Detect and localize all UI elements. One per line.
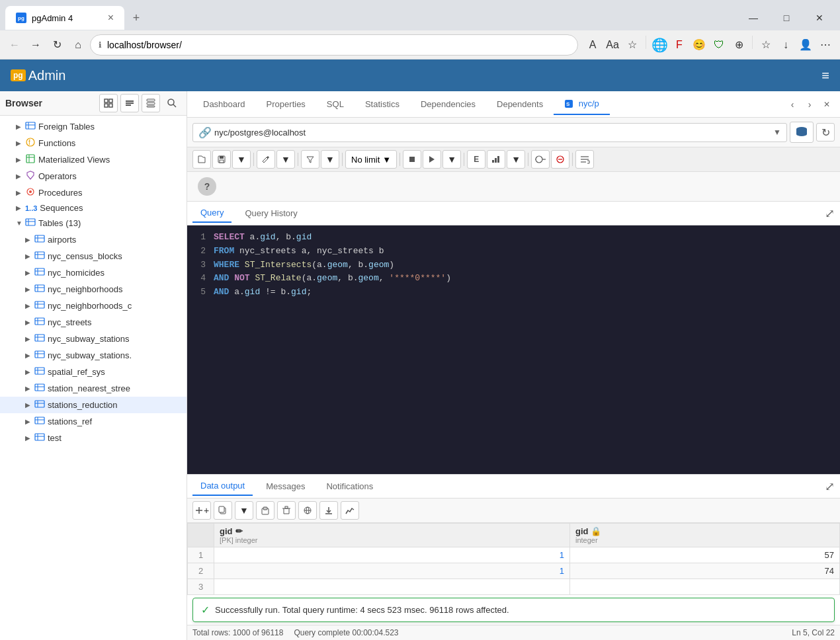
- tree-item-nyc-homicides[interactable]: ▶ nyc_homicides: [0, 264, 187, 281]
- tab-dependents[interactable]: Dependents: [486, 94, 554, 114]
- profile-icon[interactable]: 😊: [690, 36, 708, 54]
- tree-item-nyc-census[interactable]: ▶ nyc_census_blocks: [0, 248, 187, 264]
- shield-icon[interactable]: 🛡: [710, 36, 728, 54]
- save-dropdown-button[interactable]: ▼: [232, 150, 251, 169]
- form-fill-icon[interactable]: F: [670, 36, 689, 54]
- sidebar-tool-btn-3[interactable]: [142, 94, 160, 112]
- browser-icon[interactable]: 🌐: [650, 36, 669, 54]
- edit-col-icon[interactable]: ✏: [235, 526, 243, 536]
- back-button[interactable]: ←: [5, 36, 24, 54]
- tab-dashboard[interactable]: Dashboard: [192, 94, 256, 114]
- tab-dependencies[interactable]: Dependencies: [410, 94, 486, 114]
- tab-notifications[interactable]: Notifications: [318, 477, 381, 495]
- tree-item-subway-stations-2[interactable]: ▶ nyc_subway_stations.: [0, 347, 187, 364]
- tree-item-test[interactable]: ▶ test: [0, 430, 187, 446]
- row2-col2[interactable]: 74: [569, 563, 839, 579]
- query-tab-history[interactable]: Query History: [237, 204, 305, 222]
- tree-item-nyc-neighborhoods[interactable]: ▶ nyc_neighborhoods: [0, 281, 187, 298]
- rollback-button[interactable]: [551, 150, 569, 169]
- read-aloud-icon[interactable]: Aa: [603, 36, 622, 54]
- tree-item-nyc-neighborhoods-c[interactable]: ▶ nyc_neighborhoods_c: [0, 298, 187, 314]
- edit-button[interactable]: [257, 150, 275, 169]
- sidebar-tool-btn-1[interactable]: [99, 94, 118, 112]
- filter-dropdown-button[interactable]: ▼: [321, 150, 339, 169]
- copy-button[interactable]: [214, 501, 232, 520]
- minimize-button[interactable]: —: [738, 7, 769, 28]
- sidebar-search-button[interactable]: [163, 94, 181, 112]
- tree-item-nyc-streets[interactable]: ▶ nyc_streets: [0, 314, 187, 331]
- menu-button[interactable]: ⋯: [816, 36, 835, 54]
- tab-properties[interactable]: Properties: [256, 94, 316, 114]
- row3-col2[interactable]: [569, 579, 839, 595]
- maximize-results-button[interactable]: ⤢: [825, 479, 835, 494]
- maximize-editor-button[interactable]: ⤢: [825, 206, 835, 221]
- row1-col1[interactable]: 1: [214, 547, 570, 563]
- profile-account-icon[interactable]: 👤: [796, 36, 815, 54]
- tree-item-procedures[interactable]: ▶ Procedures: [0, 184, 187, 201]
- edit-dropdown-button[interactable]: ▼: [276, 150, 295, 169]
- tree-item-functions[interactable]: ▶ f Functions: [0, 135, 187, 151]
- extensions-icon[interactable]: ⊕: [730, 36, 748, 54]
- new-tab-button[interactable]: +: [127, 9, 146, 27]
- download-button[interactable]: [319, 501, 338, 520]
- stop-button[interactable]: [403, 150, 421, 169]
- tab-data-output[interactable]: Data output: [192, 477, 253, 496]
- tree-item-airports[interactable]: ▶ airports: [0, 231, 187, 248]
- favorites-icon[interactable]: ☆: [623, 36, 642, 54]
- delete-button[interactable]: [277, 501, 296, 520]
- run-dropdown-button[interactable]: ▼: [442, 150, 461, 169]
- tree-item-subway-stations[interactable]: ▶ nyc_subway_stations: [0, 331, 187, 347]
- run-button[interactable]: [423, 150, 441, 169]
- explain-analyze-button[interactable]: [487, 150, 505, 169]
- connection-selector[interactable]: 🔗 nyc/postgres@localhost ▼: [192, 123, 787, 142]
- tree-item-stations-ref[interactable]: ▶ stations_ref: [0, 413, 187, 430]
- hamburger-menu[interactable]: ≡: [821, 68, 829, 83]
- close-button[interactable]: ✕: [804, 7, 835, 28]
- graph-button[interactable]: [341, 501, 359, 520]
- tree-item-materialized-views[interactable]: ▶ Materialized Views: [0, 151, 187, 168]
- commit-button[interactable]: [531, 150, 550, 169]
- tree-item-operators[interactable]: ▶ Operators: [0, 168, 187, 184]
- forward-button[interactable]: →: [26, 36, 45, 54]
- tree-item-spatial-ref[interactable]: ▶ spatial_ref_sys: [0, 364, 187, 380]
- open-file-button[interactable]: [192, 150, 211, 169]
- copy-dropdown-button[interactable]: ▼: [235, 501, 253, 520]
- explain-button[interactable]: E: [467, 150, 485, 169]
- row3-col1[interactable]: [214, 579, 570, 595]
- tab-prev-button[interactable]: ‹: [784, 97, 800, 112]
- maximize-button[interactable]: □: [771, 7, 802, 28]
- tree-item-tables[interactable]: ▼ Tables (13): [0, 215, 187, 231]
- tab-next-button[interactable]: ›: [802, 97, 818, 112]
- tree-item-station-nearest[interactable]: ▶ station_nearest_stree: [0, 380, 187, 397]
- downloads-icon[interactable]: ↓: [777, 36, 795, 54]
- save-button[interactable]: [212, 150, 231, 169]
- help-button[interactable]: ?: [198, 177, 216, 196]
- query-tab-query[interactable]: Query: [192, 204, 231, 223]
- row-limit-select[interactable]: No limit ▼: [345, 150, 397, 169]
- sidebar-tool-btn-2[interactable]: [120, 94, 139, 112]
- connection-refresh-button[interactable]: ↻: [816, 123, 835, 141]
- sql-editor[interactable]: 1SELECT a.gid, b.gid2FROM nyc_streets a,…: [187, 225, 840, 474]
- macros-button[interactable]: [575, 150, 594, 169]
- refresh-button[interactable]: ↻: [48, 36, 66, 54]
- tab-messages[interactable]: Messages: [258, 477, 313, 495]
- tab-close-button[interactable]: ×: [108, 13, 114, 23]
- filter-button[interactable]: [301, 150, 319, 169]
- paste-button[interactable]: [256, 501, 274, 520]
- collections-icon[interactable]: ☆: [757, 36, 775, 54]
- home-button[interactable]: ⌂: [69, 36, 87, 54]
- row2-col1[interactable]: 1: [214, 563, 570, 579]
- tab-query[interactable]: S nyc/p: [554, 93, 610, 116]
- tab-close-tab-button[interactable]: ✕: [819, 97, 835, 112]
- db-icon-button[interactable]: [790, 122, 814, 143]
- row1-col2[interactable]: 57: [569, 547, 839, 563]
- tab-statistics[interactable]: Statistics: [355, 94, 410, 114]
- translate-icon[interactable]: A: [583, 36, 602, 54]
- browser-tab-pgadmin[interactable]: pg pgAdmin 4 ×: [5, 6, 124, 30]
- tree-item-stations-reduction[interactable]: ▶ stations_reduction: [0, 397, 187, 413]
- address-bar[interactable]: ℹ: [90, 34, 578, 56]
- explain-dropdown-button[interactable]: ▼: [507, 150, 525, 169]
- tab-sql[interactable]: SQL: [316, 94, 355, 114]
- tree-item-foreign-tables[interactable]: ▶ Foreign Tables: [0, 118, 187, 135]
- tree-item-sequences[interactable]: ▶ 1..3 Sequences: [0, 201, 187, 215]
